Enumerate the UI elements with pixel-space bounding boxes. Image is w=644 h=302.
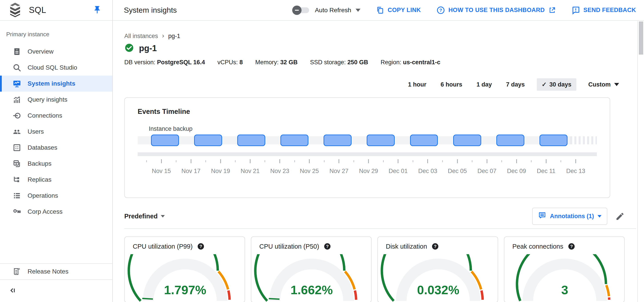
send-feedback-button[interactable]: SEND FEEDBACK bbox=[572, 6, 636, 14]
sidebar-item-backups[interactable]: Backups bbox=[0, 156, 112, 172]
axis-tick bbox=[546, 159, 546, 163]
axis-tick bbox=[486, 159, 487, 163]
auto-refresh-toggle[interactable] bbox=[292, 6, 310, 14]
sidebar-item-databases[interactable]: Databases bbox=[0, 140, 112, 156]
timeline-axis-band[interactable] bbox=[138, 152, 597, 156]
predefined-dropdown[interactable]: Predefined bbox=[124, 212, 165, 220]
axis-date-label: Nov 21 bbox=[240, 168, 260, 174]
backup-event-pill[interactable] bbox=[280, 134, 308, 146]
sidebar-item-label: Connections bbox=[28, 112, 62, 119]
collapse-sidebar-button[interactable] bbox=[0, 280, 112, 302]
axis-tick bbox=[279, 159, 280, 163]
axis-date-label: Nov 23 bbox=[270, 168, 289, 174]
axis-tick bbox=[309, 159, 310, 163]
sidebar-item-users[interactable]: Users bbox=[0, 124, 112, 140]
gauge-card-cpu-utilization-p50-: CPU utilization (P50)?1.662% bbox=[251, 236, 372, 302]
sidebar-item-release-notes[interactable]: Release Notes bbox=[0, 263, 112, 280]
time-range-1-day[interactable]: 1 day bbox=[474, 78, 494, 91]
help-tooltip-icon[interactable]: ? bbox=[568, 242, 575, 250]
gauge-chart: 1.797% bbox=[125, 254, 245, 302]
sidebar-item-label: System insights bbox=[28, 80, 76, 87]
copy-link-button[interactable]: COPY LINK bbox=[376, 6, 421, 14]
help-tooltip-icon[interactable]: ? bbox=[197, 242, 204, 250]
breadcrumb-current: pg-1 bbox=[168, 33, 180, 40]
search-icon bbox=[12, 63, 21, 72]
sidebar-item-query-insights[interactable]: Query insights bbox=[0, 92, 112, 108]
gauge-title: Peak connections bbox=[512, 243, 563, 250]
axis-date-label: Dec 09 bbox=[507, 168, 526, 174]
annotations-button[interactable]: Annotations (1) bbox=[532, 208, 607, 225]
backup-event-pill[interactable] bbox=[453, 134, 481, 146]
sidebar-item-label: Replicas bbox=[28, 176, 51, 183]
events-timeline-title: Events Timeline bbox=[138, 108, 597, 116]
scrollbar-thumb[interactable] bbox=[639, 22, 643, 54]
sidebar-item-corp-access[interactable]: Corp Access bbox=[0, 204, 112, 220]
how-to-use-dashboard-button[interactable]: ?HOW TO USE THIS DASHBOARD bbox=[436, 6, 556, 14]
sidebar-item-connections[interactable]: Connections bbox=[0, 108, 112, 124]
sidebar-item-replicas[interactable]: Replicas bbox=[0, 172, 112, 188]
time-range-custom[interactable]: Custom bbox=[586, 78, 622, 91]
time-range-label: 30 days bbox=[549, 81, 571, 88]
help-tooltip-icon[interactable]: ? bbox=[324, 242, 331, 250]
axis-tick bbox=[324, 160, 324, 162]
top-bar: SQL System insights Auto Refresh COPY LI… bbox=[0, 0, 644, 21]
action-label: HOW TO USE THIS DASHBOARD bbox=[448, 7, 545, 14]
main-content: All instances › pg-1 pg-1 DB version: Po… bbox=[113, 21, 636, 302]
sql-logo-icon bbox=[7, 1, 24, 19]
sidebar-item-system-insights[interactable]: System insights bbox=[0, 76, 112, 92]
backup-event-pill[interactable] bbox=[324, 134, 352, 146]
backup-event-pill[interactable] bbox=[410, 134, 438, 146]
sidebar-item-cloud-sql-studio[interactable]: Cloud SQL Studio bbox=[0, 60, 112, 76]
axis-tick bbox=[146, 160, 147, 162]
axis-tick bbox=[412, 160, 413, 162]
svg-text:?: ? bbox=[434, 244, 436, 249]
chevron-down-icon bbox=[161, 215, 165, 218]
axis-date-label: Nov 17 bbox=[182, 168, 200, 174]
axis-tick bbox=[398, 159, 398, 163]
backup-event-pill[interactable] bbox=[151, 134, 179, 146]
check-icon: ✓ bbox=[542, 81, 547, 88]
sidebar-item-operations[interactable]: Operations bbox=[0, 188, 112, 204]
meta-label: vCPUs: bbox=[218, 59, 240, 66]
axis-tick bbox=[265, 160, 265, 162]
timeline-track bbox=[138, 134, 597, 146]
meta-label: SSD storage: bbox=[310, 59, 347, 66]
cloud-sql-console: SQL System insights Auto Refresh COPY LI… bbox=[0, 0, 644, 302]
sidebar-item-label: Databases bbox=[28, 144, 57, 151]
vertical-scrollbar[interactable] bbox=[637, 21, 644, 302]
axis-date-label: Nov 19 bbox=[211, 168, 230, 174]
breadcrumb: All instances › pg-1 bbox=[124, 32, 636, 40]
instance-name: pg-1 bbox=[139, 44, 157, 53]
auto-refresh-control[interactable]: Auto Refresh bbox=[292, 6, 360, 14]
backup-event-pill[interactable] bbox=[496, 134, 524, 146]
action-label: SEND FEEDBACK bbox=[584, 7, 636, 14]
toggle-knob-icon bbox=[292, 6, 302, 15]
gauge-value: 1.797% bbox=[164, 283, 206, 297]
events-timeline-card: Events Timeline Instance backup Nov 15No… bbox=[124, 98, 610, 198]
help-tooltip-icon[interactable]: ? bbox=[432, 242, 439, 250]
backup-event-pill[interactable] bbox=[194, 134, 222, 146]
breadcrumb-all-instances[interactable]: All instances bbox=[124, 33, 158, 40]
meta-label: Memory: bbox=[255, 59, 280, 66]
pin-icon[interactable] bbox=[93, 5, 102, 15]
backup-event-pill[interactable] bbox=[237, 134, 265, 146]
time-range-6-hours[interactable]: 6 hours bbox=[438, 78, 464, 91]
edit-pencil-icon[interactable] bbox=[615, 212, 625, 221]
gauge-title: Disk utilization bbox=[386, 243, 427, 250]
meta-value: 250 GB bbox=[347, 59, 368, 66]
axis-tick bbox=[576, 159, 576, 163]
time-range-30-days[interactable]: ✓30 days bbox=[537, 78, 576, 91]
time-range-7-days[interactable]: 7 days bbox=[504, 78, 527, 91]
sidebar-item-overview[interactable]: Overview bbox=[0, 44, 112, 60]
gauge-value: 3 bbox=[561, 283, 568, 297]
corp-access-icon bbox=[12, 207, 21, 216]
auto-refresh-label: Auto Refresh bbox=[315, 7, 351, 14]
time-range-1-hour[interactable]: 1 hour bbox=[406, 78, 429, 91]
connections-icon bbox=[12, 111, 21, 120]
instance-meta-item: Region: us-central1-c bbox=[380, 59, 440, 66]
gauge-needle bbox=[142, 298, 153, 299]
backup-event-pill[interactable] bbox=[367, 134, 395, 146]
axis-date-label: Nov 29 bbox=[359, 168, 378, 174]
metrics-toolbar: Predefined Annotations (1) bbox=[124, 208, 625, 225]
backup-event-pill[interactable] bbox=[540, 134, 568, 146]
